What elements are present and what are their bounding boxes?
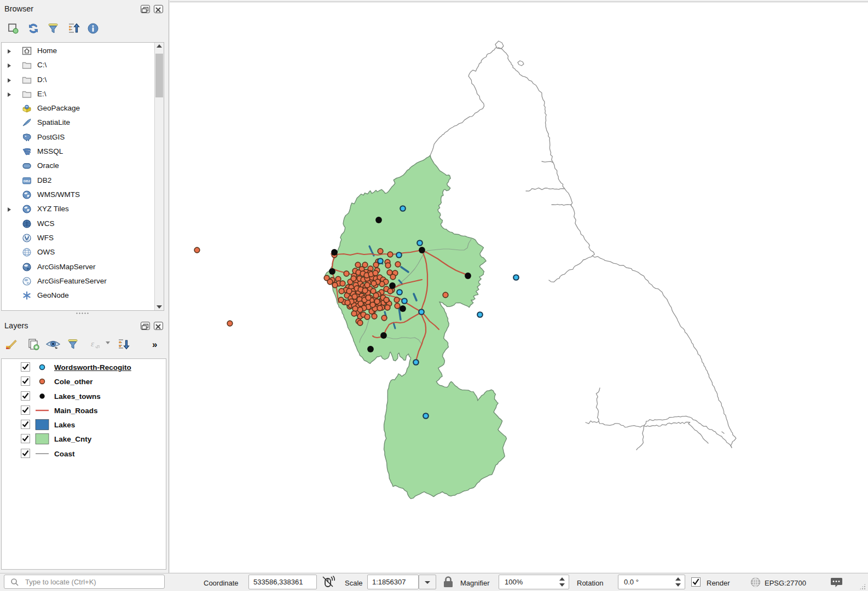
svg-text:ε: ε [91,339,94,348]
svg-text:DB2: DB2 [24,179,31,183]
